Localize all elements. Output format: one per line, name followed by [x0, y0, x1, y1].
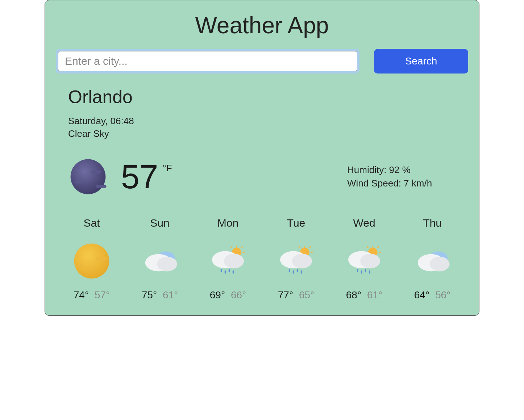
svg-rect-31 — [301, 270, 302, 274]
svg-rect-42 — [369, 270, 370, 274]
svg-rect-40 — [361, 270, 362, 274]
current-temperature: 57 — [121, 160, 158, 193]
svg-rect-39 — [357, 269, 358, 272]
forecast-low: 61° — [367, 289, 382, 301]
svg-rect-3 — [96, 185, 107, 188]
forecast-high: 64° — [414, 289, 429, 301]
forecast-low: 66° — [231, 289, 246, 301]
forecast-temps: 64° 56° — [400, 289, 465, 301]
forecast-day-name: Sat — [59, 217, 124, 229]
search-button[interactable]: Search — [374, 49, 468, 74]
svg-point-27 — [292, 254, 312, 268]
app-title: Weather App — [56, 12, 468, 39]
svg-rect-2 — [75, 181, 83, 184]
svg-line-35 — [378, 247, 379, 248]
forecast-day: Thu 64° 56° — [400, 217, 465, 301]
cloudy-icon — [400, 239, 465, 283]
humidity-label: Humidity: 92 % — [347, 164, 463, 176]
night-clear-icon — [68, 157, 108, 197]
current-temperature-row: 57 °F Humidity: 92 % Wind Speed: 7 km/h — [68, 157, 463, 197]
rain-partly-sunny-icon — [332, 239, 396, 283]
svg-point-4 — [74, 244, 109, 279]
wind-speed-label: Wind Speed: 7 km/h — [347, 178, 463, 189]
sun-icon — [59, 239, 124, 283]
svg-rect-28 — [289, 269, 290, 272]
forecast-low: 65° — [299, 289, 314, 301]
forecast-day-name: Tue — [264, 217, 328, 229]
temperature-unit: °F — [162, 163, 172, 174]
forecast-temps: 69° 66° — [196, 289, 260, 301]
forecast-row: Sat 74° 57° Sun — [56, 217, 468, 301]
temperature-group: 57 °F — [68, 157, 172, 197]
forecast-low: 56° — [435, 289, 450, 301]
svg-rect-1 — [91, 170, 101, 173]
forecast-high: 74° — [74, 289, 89, 301]
svg-rect-6 — [77, 264, 83, 267]
forecast-day: Sat 74° 57° — [59, 217, 124, 301]
svg-rect-30 — [297, 269, 298, 272]
cloudy-icon — [128, 239, 192, 283]
svg-point-0 — [71, 159, 106, 194]
svg-line-25 — [299, 247, 300, 248]
current-condition: Clear Sky — [68, 128, 463, 139]
forecast-low: 61° — [163, 289, 178, 301]
svg-point-45 — [430, 257, 450, 271]
forecast-day-name: Wed — [332, 217, 396, 229]
forecast-day-name: Sun — [128, 217, 192, 229]
search-row: Search — [56, 49, 468, 74]
search-input-wrap — [56, 49, 359, 74]
svg-rect-5 — [96, 257, 107, 260]
city-name: Orlando — [68, 87, 463, 108]
forecast-day-name: Thu — [400, 217, 465, 229]
svg-rect-41 — [365, 269, 366, 272]
svg-point-9 — [157, 257, 177, 271]
svg-line-24 — [309, 247, 311, 248]
forecast-high: 77° — [278, 289, 293, 301]
forecast-day: Mon 69° 66° — [196, 217, 260, 301]
svg-rect-17 — [221, 269, 222, 272]
svg-rect-18 — [225, 270, 226, 274]
current-stats: Humidity: 92 % Wind Speed: 7 km/h — [347, 162, 463, 191]
forecast-high: 68° — [346, 289, 361, 301]
forecast-low: 57° — [95, 289, 110, 301]
forecast-day: Wed 68° 61° — [332, 217, 396, 301]
forecast-temps: 77° 65° — [264, 289, 328, 301]
forecast-temps: 68° 61° — [332, 289, 396, 301]
svg-line-14 — [230, 247, 232, 248]
svg-line-36 — [367, 247, 368, 248]
svg-rect-29 — [293, 270, 294, 274]
city-search-input[interactable] — [58, 51, 357, 71]
svg-point-16 — [224, 254, 244, 268]
rain-partly-sunny-icon — [196, 239, 260, 283]
rain-partly-sunny-icon — [264, 239, 328, 283]
current-datetime: Saturday, 06:48 — [68, 116, 463, 127]
svg-line-13 — [241, 247, 243, 248]
forecast-high: 69° — [210, 289, 225, 301]
current-weather: Orlando Saturday, 06:48 Clear Sky — [56, 87, 468, 197]
forecast-high: 75° — [142, 289, 157, 301]
forecast-temps: 74° 57° — [59, 289, 124, 301]
svg-rect-19 — [229, 269, 230, 272]
forecast-day: Sun 75° 61° — [128, 217, 192, 301]
weather-app-card: Weather App Search Orlando Saturday, 06:… — [45, 0, 479, 316]
svg-point-38 — [360, 254, 380, 268]
svg-rect-20 — [233, 270, 234, 274]
forecast-day-name: Mon — [196, 217, 260, 229]
forecast-day: Tue 77° 65° — [264, 217, 328, 301]
forecast-temps: 75° 61° — [128, 289, 192, 301]
